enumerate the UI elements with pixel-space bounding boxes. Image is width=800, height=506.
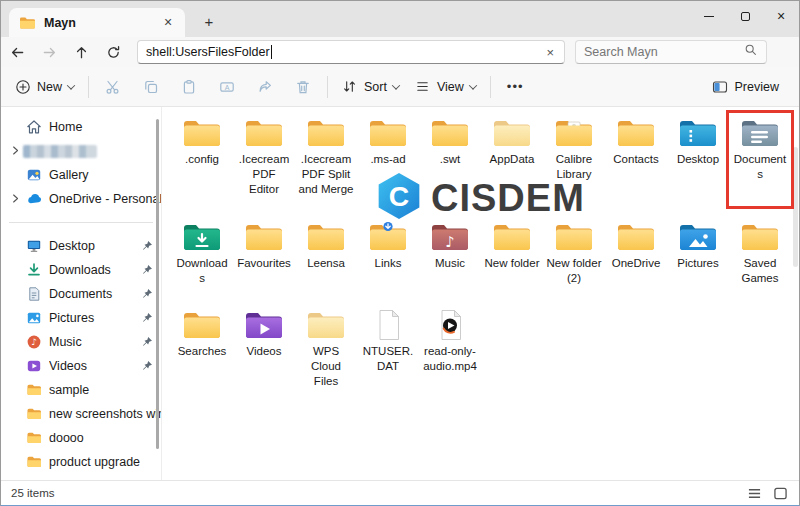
back-icon	[10, 45, 25, 60]
sidebar-item-home[interactable]: Home	[1, 115, 161, 139]
copy-icon[interactable]	[143, 79, 159, 95]
address-input[interactable]: shell:UsersFilesFolder	[146, 45, 270, 59]
sidebar-item-sample[interactable]: sample	[1, 378, 161, 402]
search-input[interactable]: Search Mayn	[584, 45, 744, 59]
file-item-ntuser-dat[interactable]: NTUSER.DAT	[357, 309, 419, 389]
sidebar-scrollbar[interactable]	[156, 119, 159, 449]
clear-address-icon[interactable]: ×	[544, 45, 556, 60]
file-item-new-folder-2[interactable]: New folder (2)	[543, 221, 605, 286]
sort-button[interactable]: Sort	[334, 72, 407, 102]
file-item-pictures[interactable]: Pictures	[667, 221, 729, 286]
folder-icon	[678, 117, 718, 149]
file-item-contacts[interactable]: Contacts	[605, 117, 667, 206]
file-item-label: Music	[435, 256, 465, 271]
file-item-downloads[interactable]: Downloads	[171, 221, 233, 286]
scrollbar[interactable]	[793, 147, 798, 267]
details-view-icon[interactable]	[745, 485, 763, 501]
new-button[interactable]: New	[7, 72, 82, 102]
new-tab-button[interactable]: +	[197, 11, 221, 35]
file-item-links[interactable]: Links	[357, 221, 419, 286]
folder-icon	[492, 117, 532, 149]
file-item-favourites[interactable]: Favourites	[233, 221, 295, 286]
file-item-new-folder[interactable]: New folder	[481, 221, 543, 286]
pin-icon	[141, 360, 153, 372]
grid-row: SearchesVideosWPS Cloud FilesNTUSER.DATr…	[171, 309, 481, 389]
tab-title: Mayn	[44, 16, 159, 30]
gallery-icon	[26, 167, 42, 183]
file-item-videos[interactable]: Videos	[233, 309, 295, 389]
file-item-documents[interactable]: Documents	[729, 113, 791, 206]
file-item-icecream-pdf-editor[interactable]: .Icecream PDF Editor	[233, 117, 295, 206]
pin-icon	[141, 264, 153, 276]
tab-mayn[interactable]: Mayn ×	[9, 8, 185, 37]
sidebar-item-gallery[interactable]: Gallery	[1, 163, 161, 187]
folder-icon: ♪	[430, 221, 470, 253]
file-item-icecream-pdf-split-and-merge[interactable]: .Icecream PDF Split and Merge	[295, 117, 357, 206]
sidebar-item-product-upgrade[interactable]: product upgrade	[1, 450, 161, 474]
folder-icon	[26, 406, 42, 422]
sidebar-item-new-screenshots-wind[interactable]: new screenshots wind	[1, 402, 161, 426]
more-options-button[interactable]: •••	[497, 79, 534, 94]
rename-icon[interactable]: A	[219, 79, 235, 95]
file-item-read-only-audio-mp4[interactable]: read-only-audio.mp4	[419, 309, 481, 389]
file-item-calibre-library[interactable]: Calibre Library	[543, 117, 605, 206]
view-button[interactable]: View	[407, 72, 484, 102]
file-item-appdata[interactable]: AppData	[481, 117, 543, 206]
sidebar-item-label: doooo	[49, 431, 161, 445]
text-cursor	[271, 45, 272, 59]
expand-chevron-icon[interactable]	[9, 192, 23, 206]
preview-button[interactable]: Preview	[712, 79, 793, 95]
share-icon[interactable]	[257, 79, 273, 95]
sidebar-item-label: Videos	[49, 359, 141, 373]
file-item-label: Searches	[178, 344, 227, 359]
sidebar-item-downloads[interactable]: Downloads	[1, 258, 161, 282]
tab-close-icon[interactable]: ×	[159, 14, 177, 32]
file-item-label: .Icecream PDF Editor	[236, 152, 292, 197]
file-item-wps-cloud-files[interactable]: WPS Cloud Files	[295, 309, 357, 389]
sidebar-item-label: OneDrive - Personal	[49, 192, 161, 206]
file-item-searches[interactable]: Searches	[171, 309, 233, 389]
cut-icon[interactable]	[105, 79, 121, 95]
file-item-label: Desktop	[677, 152, 719, 167]
sidebar-item-onedrive-personal[interactable]: OneDrive - Personal	[1, 187, 161, 211]
file-item-config[interactable]: .config	[171, 117, 233, 206]
file-item-leensa[interactable]: Leensa	[295, 221, 357, 286]
sidebar-item-user-redacted[interactable]	[1, 139, 161, 163]
address-bar[interactable]: shell:UsersFilesFolder ×	[137, 40, 565, 64]
sidebar-item-doooo[interactable]: doooo	[1, 426, 161, 450]
file-explorer-window: Mayn × + × shell:UsersFilesFolder × S	[0, 0, 800, 506]
sidebar-item-desktop[interactable]: Desktop	[1, 234, 161, 258]
sidebar-item-label: Music	[49, 335, 141, 349]
sidebar-item-pictures[interactable]: Pictures	[1, 306, 161, 330]
file-item-onedrive[interactable]: OneDrive	[605, 221, 667, 286]
file-item-swt[interactable]: .swt	[419, 117, 481, 206]
file-item-label: WPS Cloud Files	[298, 344, 354, 389]
paste-icon[interactable]	[181, 79, 197, 95]
expand-chevron-icon[interactable]	[9, 144, 23, 158]
refresh-button[interactable]	[97, 39, 129, 65]
sort-button-label: Sort	[364, 80, 387, 94]
videos-icon	[26, 358, 42, 374]
file-item-label: Documents	[732, 152, 788, 182]
delete-icon[interactable]	[295, 79, 311, 95]
file-icon	[368, 309, 408, 341]
file-item-ms-ad[interactable]: .ms-ad	[357, 117, 419, 206]
file-item-music[interactable]: ♪Music	[419, 221, 481, 286]
sidebar-item-videos[interactable]: Videos	[1, 354, 161, 378]
sidebar-item-documents[interactable]: Documents	[1, 282, 161, 306]
sidebar-item-music[interactable]: ♪Music	[1, 330, 161, 354]
grid-row: .config.Icecream PDF Editor.Icecream PDF…	[171, 117, 791, 206]
file-item-saved-games[interactable]: Saved Games	[729, 221, 791, 286]
maximize-button[interactable]	[727, 1, 763, 31]
large-icons-view-icon[interactable]	[771, 485, 789, 501]
forward-button[interactable]	[33, 39, 65, 65]
pin-icon	[141, 312, 153, 324]
minimize-button[interactable]	[691, 1, 727, 31]
search-box[interactable]: Search Mayn	[575, 40, 767, 64]
chevron-down-icon	[67, 81, 75, 89]
close-button[interactable]: ×	[763, 1, 799, 31]
folder-icon	[554, 117, 594, 149]
up-button[interactable]	[65, 39, 97, 65]
back-button[interactable]	[1, 39, 33, 65]
file-item-desktop[interactable]: Desktop	[667, 117, 729, 206]
